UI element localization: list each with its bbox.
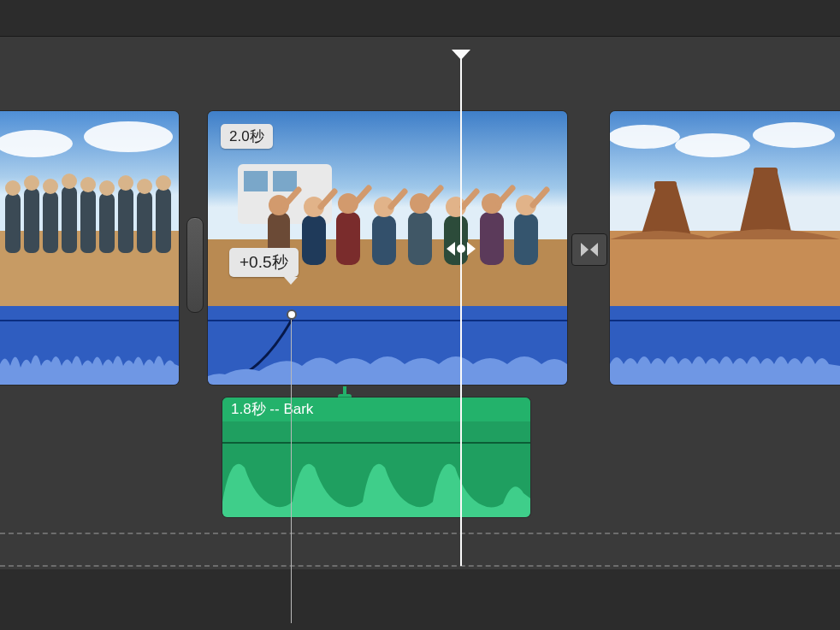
handle-dot-icon xyxy=(457,244,465,253)
svg-rect-39 xyxy=(480,212,504,265)
svg-point-14 xyxy=(24,175,39,191)
svg-rect-33 xyxy=(372,215,396,265)
svg-rect-57 xyxy=(754,168,778,178)
transition-icon xyxy=(579,241,600,258)
svg-rect-25 xyxy=(244,171,268,191)
transition-placeholder[interactable] xyxy=(571,233,607,266)
clip-thumbnail xyxy=(610,111,840,306)
detached-audio-clip[interactable]: 1.8秒 -- Bark xyxy=(222,397,530,517)
fade-handle[interactable] xyxy=(287,309,297,320)
waveform xyxy=(610,335,840,385)
fade-offset-value: +0.5秒 xyxy=(240,253,288,271)
track-guide-line xyxy=(0,565,840,567)
svg-rect-10 xyxy=(118,188,133,253)
audio-clip-connector xyxy=(340,386,349,398)
edit-edge-handle[interactable] xyxy=(186,217,204,313)
svg-rect-26 xyxy=(273,171,297,191)
svg-rect-4 xyxy=(5,193,21,253)
clip-thumbnail xyxy=(0,111,179,306)
retiming-handle[interactable] xyxy=(441,236,481,262)
svg-rect-6 xyxy=(43,191,58,253)
chevron-left-icon xyxy=(447,242,455,256)
audio-clip-label: 1.8秒 -- Bark xyxy=(222,397,530,421)
svg-rect-35 xyxy=(408,212,432,265)
svg-rect-8 xyxy=(80,190,96,253)
svg-point-54 xyxy=(675,133,750,157)
svg-rect-9 xyxy=(99,193,115,253)
svg-point-20 xyxy=(137,179,152,194)
svg-point-15 xyxy=(43,179,58,194)
waveform xyxy=(208,335,567,385)
svg-point-55 xyxy=(753,122,835,148)
svg-rect-41 xyxy=(514,214,538,265)
volume-line[interactable] xyxy=(208,320,567,321)
chevron-right-icon xyxy=(467,242,476,256)
svg-point-18 xyxy=(99,180,115,196)
waveform xyxy=(222,442,530,517)
fade-indicator-line xyxy=(291,320,292,623)
bottom-panel xyxy=(0,569,840,630)
video-clip-1[interactable] xyxy=(0,111,179,385)
svg-rect-29 xyxy=(302,215,326,265)
waveform xyxy=(0,335,179,385)
fade-offset-badge: +0.5秒 xyxy=(229,248,299,277)
volume-line[interactable] xyxy=(0,320,179,321)
svg-rect-31 xyxy=(336,212,360,265)
video-clip-3[interactable] xyxy=(610,111,840,385)
clip-audio-track[interactable] xyxy=(610,306,840,385)
svg-point-16 xyxy=(62,174,77,189)
svg-rect-5 xyxy=(24,188,39,253)
playhead[interactable] xyxy=(460,58,462,566)
clip-duration-badge: 2.0秒 xyxy=(221,124,273,149)
timeline-ruler[interactable] xyxy=(0,36,840,61)
svg-point-19 xyxy=(118,175,133,191)
svg-rect-7 xyxy=(62,186,77,253)
svg-point-13 xyxy=(5,180,21,196)
svg-rect-12 xyxy=(156,188,171,253)
svg-rect-52 xyxy=(610,231,840,306)
svg-point-21 xyxy=(156,175,171,191)
svg-point-53 xyxy=(610,125,680,149)
timeline-workspace: 1.8秒 -- Bark 2.0秒 +0.5秒 xyxy=(0,0,840,630)
svg-point-3 xyxy=(84,121,173,152)
svg-point-17 xyxy=(80,177,96,192)
volume-line[interactable] xyxy=(610,320,840,321)
track-guide-line xyxy=(0,533,840,534)
toolbar-strip xyxy=(0,0,840,36)
svg-rect-11 xyxy=(137,191,152,253)
svg-rect-56 xyxy=(654,181,677,190)
clip-audio-track[interactable] xyxy=(208,306,567,385)
clip-audio-track[interactable] xyxy=(0,306,179,385)
